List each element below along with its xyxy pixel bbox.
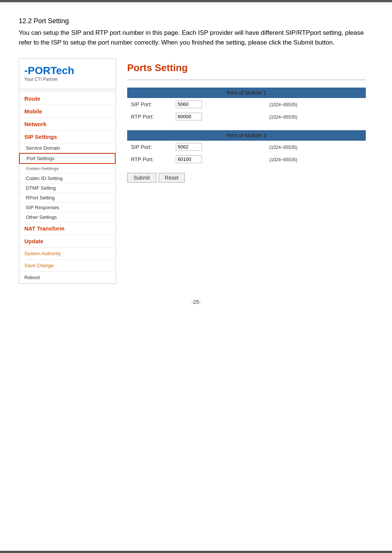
sidebar-logo: -PORTech Your CTI Partner bbox=[19, 59, 116, 89]
sidebar-item-update[interactable]: Update bbox=[19, 235, 116, 248]
sidebar-item-dtmf[interactable]: DTMF Setting bbox=[19, 183, 116, 193]
mobile2-header: Port of Mobile 2 bbox=[127, 130, 366, 141]
sidebar-item-nat-transform[interactable]: NAT Transform bbox=[19, 222, 116, 235]
sidebar-item-service-domain[interactable]: Service Domain bbox=[19, 143, 116, 153]
page-title: Ports Setting bbox=[127, 62, 366, 74]
mobile1-rtp-hint: (1024~65535) bbox=[269, 114, 297, 120]
sidebar-item-rport[interactable]: RPort Setting bbox=[19, 193, 116, 203]
button-row: Submit Reset bbox=[127, 173, 366, 183]
content-divider bbox=[127, 80, 366, 80]
sidebar-item-save-change[interactable]: Save Change bbox=[19, 260, 116, 272]
sidebar-item-reboot[interactable]: Reboot bbox=[19, 272, 116, 284]
sidebar-item-codec-id[interactable]: Codec ID Setting bbox=[19, 174, 116, 183]
logo-text: -PORTech bbox=[24, 65, 74, 76]
section-heading: 12.2 Port Setting bbox=[19, 17, 373, 25]
main-content: Ports Setting Port of Mobile 1 SIP Port: bbox=[116, 58, 373, 284]
sidebar-item-system-authority[interactable]: System Authority bbox=[19, 248, 116, 260]
mobile1-rtp-input[interactable] bbox=[176, 113, 202, 120]
sidebar-item-codec-settings[interactable]: Codec Settings bbox=[19, 164, 116, 174]
sidebar-item-route[interactable]: Route bbox=[19, 92, 116, 105]
sidebar-item-port-settings[interactable]: Port Settings bbox=[19, 153, 116, 164]
mobile1-rtp-label: RTP Port: bbox=[127, 110, 172, 123]
sidebar-item-sip-settings[interactable]: SIP Settings bbox=[19, 131, 116, 143]
mobile1-table: Port of Mobile 1 SIP Port: (1024~65535) bbox=[127, 88, 366, 123]
logo-subtitle: Your CTI Partner bbox=[24, 77, 58, 82]
mobile1-sip-input[interactable] bbox=[176, 100, 202, 108]
mobile2-rtp-label: RTP Port: bbox=[127, 153, 172, 165]
mobile2-sip-input[interactable] bbox=[176, 143, 202, 151]
sidebar: -PORTech Your CTI Partner Route Mobile N… bbox=[19, 58, 116, 284]
sidebar-item-mobile[interactable]: Mobile bbox=[19, 105, 116, 118]
mobile2-rtp-hint: (1024~65535) bbox=[269, 157, 297, 162]
mobile1-header: Port of Mobile 1 bbox=[127, 88, 366, 98]
mobile1-sip-hint: (1024~65535) bbox=[269, 102, 297, 107]
sidebar-item-other-settings[interactable]: Other Settings bbox=[19, 213, 116, 222]
sidebar-item-sip-responses[interactable]: SIP Responses bbox=[19, 203, 116, 213]
mobile2-table: Port of Mobile 2 SIP Port: (1024~65535) bbox=[127, 130, 366, 165]
sidebar-item-network[interactable]: Network bbox=[19, 118, 116, 131]
mobile1-sip-label: SIP Port: bbox=[127, 98, 172, 110]
intro-paragraph: You can setup the SIP and RTP port numbe… bbox=[19, 28, 373, 47]
mobile2-sip-label: SIP Port: bbox=[127, 141, 172, 153]
page-number: -25- bbox=[19, 299, 373, 312]
submit-button[interactable]: Submit bbox=[127, 173, 156, 183]
mobile2-rtp-input[interactable] bbox=[176, 155, 202, 163]
reset-button[interactable]: Reset bbox=[159, 173, 185, 183]
mobile2-sip-hint: (1024~65535) bbox=[269, 145, 297, 150]
